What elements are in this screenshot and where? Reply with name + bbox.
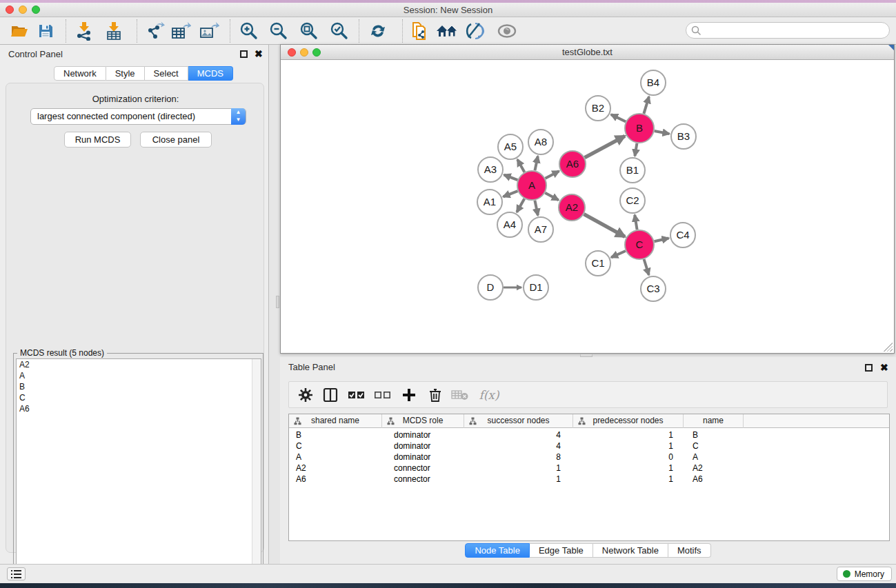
edge-A-A2[interactable] (545, 193, 558, 201)
eye-slash-icon[interactable] (464, 20, 488, 42)
zoom-in-icon[interactable] (237, 20, 261, 42)
table-row[interactable]: A6connector11A6 (289, 474, 889, 485)
open-folder-icon[interactable] (7, 20, 32, 42)
close-window-button[interactable] (6, 6, 14, 14)
edge-C-C3[interactable] (644, 259, 649, 275)
node-C4[interactable]: C4 (670, 223, 695, 247)
node-D[interactable]: D (478, 275, 503, 300)
export-table-icon[interactable] (168, 20, 193, 42)
close-network-button[interactable] (288, 48, 296, 57)
node-D1[interactable]: D1 (524, 275, 548, 300)
edge-A-A5[interactable] (517, 159, 524, 172)
edge-A-A3[interactable] (504, 175, 518, 181)
window-corner-handle[interactable] (888, 45, 894, 50)
node-C3[interactable]: C3 (641, 276, 666, 301)
select-all-icon[interactable] (346, 385, 368, 405)
edge-B-B4[interactable] (644, 97, 649, 114)
add-column-icon[interactable] (398, 385, 420, 405)
minimize-network-button[interactable] (300, 48, 308, 57)
tab-motifs[interactable]: Motifs (668, 543, 711, 558)
houses-icon[interactable] (435, 20, 459, 42)
edge-A6-B[interactable] (585, 136, 625, 157)
mcds-result-item[interactable]: B (17, 381, 261, 392)
close-panel-button[interactable]: Close panel (140, 132, 212, 148)
node-A[interactable]: A (517, 171, 546, 200)
show-panels-button[interactable] (7, 567, 26, 580)
float-panel-icon[interactable] (240, 50, 248, 58)
tab-node-table[interactable]: Node Table (465, 543, 530, 558)
close-panel-icon[interactable]: ✖ (255, 50, 262, 58)
tab-style[interactable]: Style (106, 66, 145, 81)
edge-A-A1[interactable] (504, 191, 518, 196)
delete-table-icon[interactable] (449, 385, 471, 405)
zoom-selected-icon[interactable] (327, 20, 352, 42)
window-titlebar[interactable]: Session: New Session (0, 3, 896, 17)
eye-icon[interactable] (495, 20, 519, 42)
criterion-dropdown[interactable]: largest connected component (directed) ▲… (30, 108, 246, 125)
mcds-result-item[interactable]: A (17, 370, 261, 381)
zoom-out-icon[interactable] (266, 20, 291, 42)
node-A5[interactable]: A5 (498, 134, 523, 159)
column-header-shared-name[interactable]: shared name (289, 414, 382, 428)
export-network-icon[interactable] (143, 20, 168, 42)
split-divider-grip[interactable] (276, 296, 279, 308)
float-panel-icon[interactable] (865, 364, 873, 372)
node-A7[interactable]: A7 (528, 217, 553, 242)
refresh-icon[interactable] (366, 20, 390, 42)
export-image-icon[interactable] (197, 20, 221, 42)
edge-B-B2[interactable] (611, 114, 626, 121)
gear-icon[interactable] (295, 385, 317, 405)
network-window-titlebar[interactable]: testGlobe.txt (281, 45, 894, 60)
resize-grip-icon[interactable] (884, 343, 893, 352)
function-icon[interactable]: f(x) (474, 385, 504, 405)
node-C1[interactable]: C1 (586, 251, 610, 276)
column-header-successor-nodes[interactable]: successor nodes (464, 414, 573, 428)
edge-C-C2[interactable] (635, 215, 637, 230)
edge-A-A8[interactable] (535, 156, 537, 171)
list-scrollbar[interactable] (252, 359, 261, 583)
node-A1[interactable]: A1 (477, 190, 502, 214)
column-header-predecessor-nodes[interactable]: predecessor nodes (573, 414, 684, 428)
node-B[interactable]: B (625, 114, 654, 143)
table-row[interactable]: Adominator80A (289, 452, 889, 463)
tab-mcds[interactable]: MCDS (188, 66, 233, 81)
mcds-result-list[interactable]: A2ABCA6 (16, 358, 261, 584)
edge-A-A7[interactable] (535, 201, 537, 216)
node-B4[interactable]: B4 (641, 70, 666, 95)
tab-network-table[interactable]: Network Table (593, 543, 668, 558)
mcds-result-item[interactable]: A2 (17, 359, 261, 370)
zoom-fit-icon[interactable] (297, 20, 321, 42)
mcds-result-item[interactable]: C (17, 392, 261, 403)
edge-A2-C[interactable] (584, 214, 625, 237)
node-B1[interactable]: B1 (620, 158, 645, 183)
search-input[interactable] (703, 23, 882, 37)
import-network-icon[interactable] (72, 20, 97, 42)
minimize-window-button[interactable] (19, 6, 27, 14)
node-C2[interactable]: C2 (620, 188, 645, 213)
column-header-name[interactable]: name (684, 414, 744, 428)
table-row[interactable]: Bdominator41B (289, 429, 889, 440)
node-B3[interactable]: B3 (671, 124, 696, 149)
edge-B-B3[interactable] (655, 131, 670, 134)
node-C[interactable]: C (625, 230, 654, 259)
edge-C-C1[interactable] (611, 251, 626, 257)
column-view-icon[interactable] (319, 385, 341, 405)
search-field[interactable] (686, 22, 890, 39)
table-row[interactable]: Cdominator41C (289, 440, 889, 452)
duplicate-network-icon[interactable] (407, 20, 432, 42)
run-mcds-button[interactable]: Run MCDS (64, 132, 131, 148)
edge-A-A6[interactable] (545, 171, 559, 179)
node-A4[interactable]: A4 (497, 212, 522, 237)
memory-button[interactable]: Memory (837, 567, 892, 581)
mcds-result-item[interactable]: A6 (17, 403, 261, 414)
node-A2[interactable]: A2 (559, 194, 585, 221)
save-icon[interactable] (33, 20, 58, 42)
tab-network[interactable]: Network (54, 66, 106, 81)
delete-icon[interactable] (424, 385, 446, 405)
node-A8[interactable]: A8 (528, 130, 553, 154)
tab-edge-table[interactable]: Edge Table (530, 543, 593, 558)
node-B2[interactable]: B2 (586, 96, 610, 121)
table-row[interactable]: A2connector11A2 (289, 463, 889, 474)
edge-A-A4[interactable] (517, 199, 524, 212)
network-canvas[interactable]: B4B2BB3A5A8A6A3B1AC2A1A2A4A7C4CC1DD1C3 (281, 60, 894, 353)
